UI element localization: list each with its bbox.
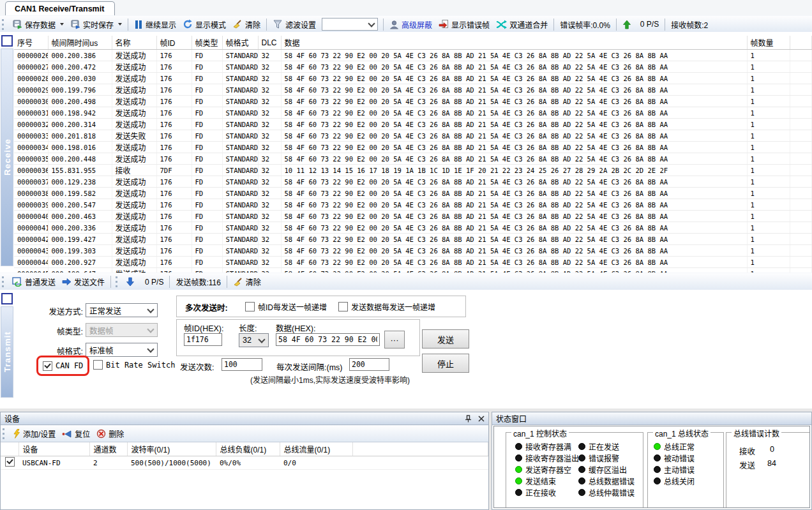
table-row[interactable]: 00000033 000.201.818 发送失败 176 FD STANDAR… <box>14 130 812 142</box>
device-row[interactable]: USBCAN-FD 2 500(500)/1000(5000) 0%/0% 0/… <box>1 456 488 470</box>
col-header-name[interactable]: 名称 <box>112 36 156 50</box>
frame-format-select[interactable]: 标准帧 <box>86 343 158 357</box>
col-header-data[interactable]: 数据 <box>281 36 747 50</box>
toolbar-gripper[interactable] <box>3 428 6 439</box>
table-row[interactable]: 00000042 000.199.427 发送成功 176 FD STANDAR… <box>14 234 812 245</box>
transmit-select-checkbox[interactable] <box>1 293 13 304</box>
table-row[interactable]: 00000041 000.200.336 发送成功 176 FD STANDAR… <box>14 222 812 234</box>
control-status-group: can_1 控制状态 接收寄存器满 接收寄存器溢出 发送寄存器空 发送结束 正在… <box>506 432 643 508</box>
col-header-frame-format[interactable]: 帧格式 <box>222 36 258 50</box>
table-row[interactable]: 00000043 000.199.303 发送成功 176 FD STANDAR… <box>14 245 812 257</box>
data-more-button[interactable]: ··· <box>384 331 405 349</box>
display-mode-button[interactable]: 显示模式 <box>179 17 229 32</box>
cell-data: 58 4F 60 73 22 90 E2 00 20 5A 4E C3 26 8… <box>281 119 747 130</box>
col-header-interval[interactable]: 帧间隔时间us <box>48 36 112 50</box>
inc-frame-id-label: 帧ID每发送一帧递增 <box>258 301 327 312</box>
bit-rate-switch-label: Bit Rate Switch <box>106 361 175 370</box>
cell-name: 发送成功 <box>112 153 156 165</box>
device-reset-button[interactable]: 复位 <box>59 426 93 441</box>
dev-col-baud[interactable]: 波特率(0/1) <box>127 442 216 456</box>
toolbar-gripper[interactable] <box>116 276 119 287</box>
send-mode-select[interactable]: 正常发送 <box>86 303 158 317</box>
dev-col-device[interactable]: 设备 <box>19 442 89 456</box>
bit-rate-switch-checkbox[interactable] <box>93 360 103 370</box>
toolbar-gripper[interactable] <box>2 276 6 287</box>
dev-col-load[interactable]: 总线负载(0/1) <box>216 442 280 456</box>
chevron-down-icon <box>147 326 154 333</box>
table-row[interactable]: 00000035 000.200.448 发送成功 176 FD STANDAR… <box>14 153 812 165</box>
inc-data-checkbox[interactable] <box>338 302 348 311</box>
table-row[interactable]: 00000029 000.199.796 发送成功 176 FD STANDAR… <box>14 84 812 96</box>
table-row[interactable]: 00000044 000.200.927 发送成功 176 FD STANDAR… <box>14 257 812 268</box>
device-panel-title: 设备 <box>4 413 20 424</box>
table-row[interactable]: 00000034 000.198.016 发送成功 176 FD STANDAR… <box>14 142 812 153</box>
show-error-frames-button[interactable]: 显示错误帧 <box>435 17 493 32</box>
transmit-clear-button[interactable]: 清除 <box>230 274 264 289</box>
length-select[interactable]: 32 <box>239 333 269 347</box>
frame-type-select[interactable]: 数据帧 <box>86 323 158 337</box>
cell-frame-format: STANDARD <box>222 61 258 73</box>
table-row[interactable]: 00000027 000.200.472 发送成功 176 FD STANDAR… <box>14 61 812 73</box>
table-row[interactable]: 00000040 000.200.463 发送成功 176 FD STANDAR… <box>14 211 812 222</box>
interval-input[interactable] <box>349 358 389 371</box>
transmit-toolbar: 普通发送 发送文件 0 P/S 发送帧数:116 清除 <box>0 273 812 291</box>
table-row[interactable]: 00000030 000.200.498 发送成功 176 FD STANDAR… <box>14 96 812 107</box>
advanced-mask-button[interactable]: 高级屏蔽 <box>386 17 435 32</box>
col-header-frame-count[interactable]: 帧数量 <box>747 36 790 50</box>
table-row[interactable]: 00000039 000.200.547 发送成功 176 FD STANDAR… <box>14 199 812 211</box>
can-fd-checkbox[interactable] <box>43 361 52 371</box>
transmit-side-tab[interactable]: Transmit <box>1 306 13 398</box>
table-row[interactable]: 00000036 155.831.955 接收 7DF FD STANDARD … <box>14 165 812 176</box>
cell-frame-format: STANDARD <box>222 84 258 96</box>
table-row[interactable]: 00000031 000.198.942 发送成功 176 FD STANDAR… <box>14 107 812 119</box>
cell-frame-id: 176 <box>156 222 192 234</box>
table-row[interactable]: 00000032 000.200.314 发送成功 176 FD STANDAR… <box>14 119 812 130</box>
cell-frame-type: FD <box>192 234 222 245</box>
chevron-down-icon <box>147 345 154 352</box>
filter-combo[interactable] <box>322 18 378 31</box>
receive-clear-button[interactable]: 清除 <box>229 17 264 32</box>
dev-col-channels[interactable]: 通道数 <box>89 442 127 456</box>
send-times-input[interactable] <box>222 358 262 371</box>
device-checkbox[interactable] <box>5 457 15 467</box>
toolbar-separator <box>169 276 170 288</box>
normal-send-button[interactable]: 普通发送 <box>9 274 59 289</box>
table-row[interactable]: 00000026 000.200.386 发送成功 176 FD STANDAR… <box>14 50 812 61</box>
table-row[interactable]: 00000037 000.129.238 发送成功 176 FD STANDAR… <box>14 176 812 188</box>
filter-settings-button[interactable]: 滤波设置 <box>269 17 319 32</box>
save-data-button[interactable]: 保存数据 <box>9 17 67 32</box>
data-hex-input[interactable] <box>276 333 380 346</box>
table-row[interactable]: 00000038 000.199.582 发送成功 176 FD STANDAR… <box>14 188 812 199</box>
send-file-button[interactable]: 发送文件 <box>59 274 108 289</box>
pin-icon[interactable] <box>465 415 472 423</box>
dropdown-arrow-icon[interactable] <box>118 23 122 26</box>
realtime-save-button[interactable]: 实时保存 <box>67 17 125 32</box>
inc-frame-id-checkbox[interactable] <box>245 302 255 311</box>
status-led: 正在发送 <box>578 440 635 452</box>
col-header-frame-id[interactable]: 帧ID <box>156 36 192 50</box>
device-delete-button[interactable]: 删除 <box>93 426 127 441</box>
close-icon[interactable] <box>478 416 485 422</box>
cell-frame-count: 1 <box>747 234 790 245</box>
cell-name: 发送成功 <box>112 176 156 188</box>
device-add-button[interactable]: 添加/设置 <box>10 426 59 441</box>
realtime-save-icon <box>70 19 80 29</box>
stop-button[interactable]: 停止 <box>422 354 469 373</box>
toolbar-gripper[interactable] <box>2 19 6 30</box>
cell-interval: 000.199.303 <box>48 245 112 257</box>
col-header-frame-type[interactable]: 帧类型 <box>192 36 222 50</box>
continue-display-button[interactable]: 继续显示 <box>131 17 179 32</box>
col-header-index[interactable]: 序号 <box>14 36 48 50</box>
status-led: 缓存区溢出 <box>578 463 635 475</box>
dropdown-arrow-icon[interactable] <box>60 23 64 26</box>
dev-col-flow[interactable]: 总线流量(0/1) <box>280 442 352 456</box>
send-button[interactable]: 发送 <box>422 329 469 349</box>
cell-dlc: 32 <box>258 153 281 165</box>
receive-side-tab[interactable]: Receive <box>1 49 13 266</box>
frame-id-input[interactable] <box>184 333 222 346</box>
tab-can1-receive-transmit[interactable]: CAN1 Receive/Transmit <box>5 1 115 15</box>
table-row[interactable]: 00000028 000.200.030 发送成功 176 FD STANDAR… <box>14 73 812 84</box>
dual-channel-merge-button[interactable]: 双通道合并 <box>493 17 551 32</box>
col-header-dlc[interactable]: DLC <box>258 36 281 50</box>
select-all-checkbox[interactable] <box>1 35 13 47</box>
